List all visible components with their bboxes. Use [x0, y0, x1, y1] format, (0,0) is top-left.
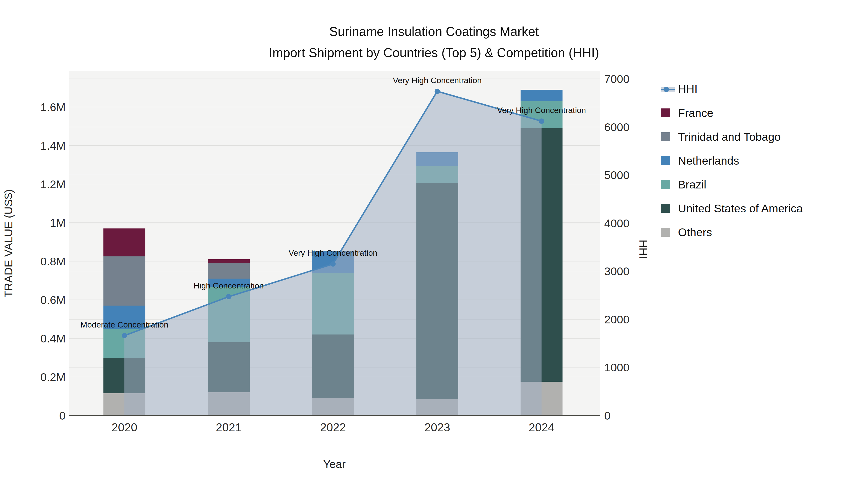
annotation-2021: High Concentration [194, 281, 264, 290]
hhi-marker-2023 [435, 89, 440, 94]
legend-swatch-brazil [661, 180, 678, 189]
y-tick-right-5000: 5000 [604, 168, 629, 182]
legend: HHIFranceTrinidad and TobagoNetherlandsB… [661, 77, 803, 244]
y-tick-left-0.2M: 0.2M [0, 370, 66, 384]
y-tick-left-1.2M: 1.2M [0, 177, 66, 191]
legend-item-trinidad-and-tobago[interactable]: Trinidad and Tobago [661, 125, 803, 149]
chart-title-line1: Suriname Insulation Coatings Market [0, 24, 868, 39]
y-axis-title-left: TRADE VALUE (US$) [2, 189, 15, 297]
legend-item-france[interactable]: France [661, 101, 803, 125]
annotation-2022: Very High Concentration [289, 248, 378, 258]
color-swatch-icon [661, 156, 670, 165]
legend-item-netherlands[interactable]: Netherlands [661, 149, 803, 172]
bar-segment-trinidad-and-tobago-2021 [208, 263, 250, 279]
x-tick-2020: 2020 [112, 421, 137, 434]
legend-label: Brazil [678, 178, 707, 191]
x-axis-line [69, 415, 600, 416]
legend-swatch-others [661, 228, 678, 237]
y-tick-left-1M: 1M [0, 216, 66, 229]
legend-label: Others [678, 226, 712, 239]
color-swatch-icon [661, 132, 670, 141]
y-tick-right-1000: 1000 [604, 361, 629, 374]
color-swatch-icon [661, 108, 670, 117]
color-swatch-icon [661, 204, 670, 213]
legend-label: France [678, 106, 713, 120]
x-tick-2022: 2022 [320, 421, 346, 434]
y-axis-title-right: HHI [637, 239, 650, 259]
hhi-marker-2020 [122, 333, 127, 338]
y-tick-right-2000: 2000 [604, 313, 629, 326]
y-tick-left-0.6M: 0.6M [0, 293, 66, 306]
y-tick-left-1.6M: 1.6M [0, 100, 66, 114]
hhi-swatch-dot [663, 87, 669, 92]
y-tick-right-3000: 3000 [604, 265, 629, 278]
y-tick-right-0: 0 [604, 409, 611, 422]
legend-label: Trinidad and Tobago [678, 130, 781, 143]
hhi-marker-2022 [330, 261, 336, 266]
legend-item-others[interactable]: Others [661, 220, 803, 244]
bar-segment-netherlands-2024 [521, 90, 562, 101]
hhi-marker-2024 [539, 119, 544, 124]
chart-title-line2: Import Shipment by Countries (Top 5) & C… [0, 45, 868, 60]
legend-swatch-united-states-of-america [661, 204, 678, 213]
legend-swatch-netherlands [661, 156, 678, 165]
legend-swatch-trinidad-and-tobago [661, 132, 678, 141]
hhi-line-swatch-icon [661, 84, 675, 94]
x-axis-title: Year [323, 458, 346, 470]
y-tick-left-0.4M: 0.4M [0, 332, 66, 345]
y-tick-left-0: 0 [0, 409, 66, 422]
y-tick-right-6000: 6000 [604, 120, 629, 133]
hhi-marker-2021 [226, 294, 231, 299]
bar-segment-france-2021 [208, 259, 250, 263]
legend-item-brazil[interactable]: Brazil [661, 172, 803, 196]
bar-segment-france-2020 [103, 228, 145, 256]
x-tick-2024: 2024 [529, 421, 555, 434]
x-tick-2021: 2021 [216, 421, 242, 434]
y-tick-left-1.4M: 1.4M [0, 139, 66, 152]
color-swatch-icon [661, 228, 670, 237]
legend-label: United States of America [678, 202, 803, 215]
x-tick-2023: 2023 [424, 421, 450, 434]
color-swatch-icon [661, 180, 670, 189]
bar-segment-trinidad-and-tobago-2020 [103, 256, 145, 305]
legend-item-hhi[interactable]: HHI [661, 77, 803, 101]
legend-swatch-hhi [661, 84, 678, 94]
chart: Suriname Insulation Coatings Market Impo… [0, 0, 868, 488]
legend-label: HHI [678, 83, 698, 96]
y-tick-right-7000: 7000 [604, 72, 629, 85]
annotation-2020: Moderate Concentration [81, 320, 168, 329]
y-tick-left-0.8M: 0.8M [0, 255, 66, 268]
legend-label: Netherlands [678, 154, 739, 167]
y-tick-right-4000: 4000 [604, 217, 629, 230]
legend-swatch-france [661, 108, 678, 117]
annotation-2023: Very High Concentration [393, 75, 482, 85]
annotation-2024: Very High Concentration [497, 105, 586, 115]
legend-item-united-states-of-america[interactable]: United States of America [661, 196, 803, 220]
